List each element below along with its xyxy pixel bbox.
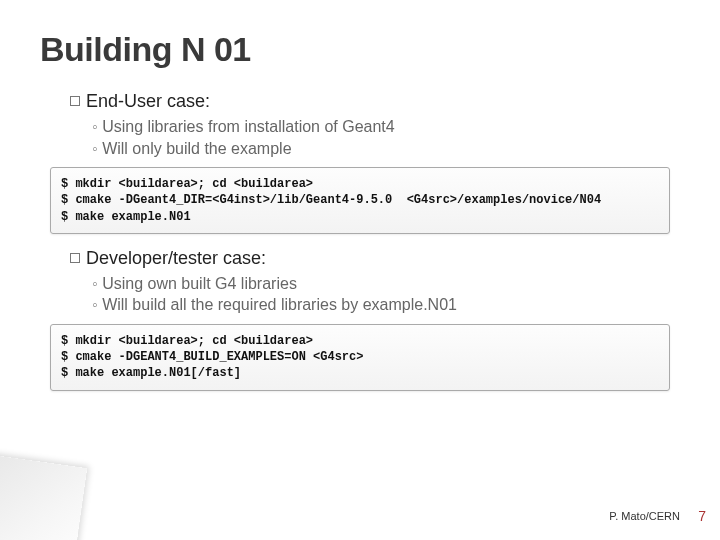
- bullet-list: Using libraries from installation of Gea…: [92, 116, 680, 159]
- list-item: Using libraries from installation of Gea…: [92, 116, 680, 138]
- page-title: Building N 01: [40, 30, 680, 69]
- section-end-user: End-User case: Using libraries from inst…: [70, 91, 680, 159]
- list-item: Using own built G4 libraries: [92, 273, 680, 295]
- decorative-corner: [0, 453, 87, 540]
- list-item: Will only build the example: [92, 138, 680, 160]
- section-head-suffix: case:: [218, 248, 266, 268]
- code-block-developer: $ mkdir <buildarea>; cd <buildarea> $ cm…: [50, 324, 670, 391]
- footer-author: P. Mato/CERN: [609, 510, 680, 522]
- section-head-prefix: End-User: [86, 91, 162, 111]
- section-head-suffix: case:: [162, 91, 210, 111]
- section-head-prefix: Developer/tester: [86, 248, 218, 268]
- checkbox-icon: [70, 96, 80, 106]
- checkbox-icon: [70, 253, 80, 263]
- slide: Building N 01 End-User case: Using libra…: [0, 0, 720, 540]
- bullet-list: Using own built G4 libraries Will build …: [92, 273, 680, 316]
- section-head-end-user: End-User case:: [70, 91, 680, 112]
- section-developer: Developer/tester case: Using own built G…: [70, 248, 680, 316]
- section-head-developer: Developer/tester case:: [70, 248, 680, 269]
- page-number: 7: [698, 508, 706, 524]
- code-block-end-user: $ mkdir <buildarea>; cd <buildarea> $ cm…: [50, 167, 670, 234]
- list-item: Will build all the required libraries by…: [92, 294, 680, 316]
